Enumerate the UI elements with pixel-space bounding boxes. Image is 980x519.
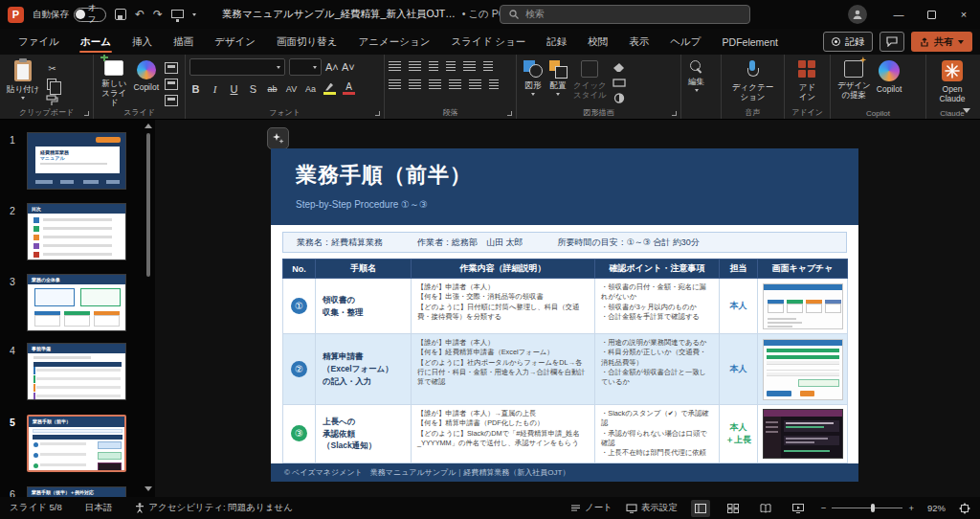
record-button[interactable]: 記録 — [823, 32, 873, 52]
shrink-font-icon[interactable]: A˅ — [342, 61, 354, 73]
slide-thumbnail-3[interactable]: 業務の全体像 — [27, 274, 126, 331]
shape-outline-icon[interactable] — [612, 78, 626, 88]
justify-icon[interactable] — [449, 79, 461, 89]
tab-draw[interactable]: 描画 — [163, 29, 204, 55]
accessibility-status[interactable]: アクセシビリティ: 問題ありません — [135, 502, 293, 514]
display-settings-button[interactable]: 表示設定 — [626, 502, 678, 514]
align-right-icon[interactable] — [429, 79, 441, 89]
zoom-level[interactable]: 92% — [927, 503, 946, 513]
shapes-button[interactable]: 図形 — [521, 58, 546, 98]
redo-icon[interactable]: ↷ — [153, 9, 163, 20]
editing-button[interactable]: 編集 — [685, 58, 707, 94]
convert-smartart-icon[interactable] — [489, 79, 499, 89]
clipboard-dialog-launcher[interactable] — [84, 111, 89, 116]
comments-button[interactable] — [880, 32, 904, 52]
line-spacing-icon[interactable] — [463, 61, 476, 71]
procedure-table[interactable]: No. 手順名 作業内容（詳細説明） 確認ポイント・注意事項 担当 画面キャプチ… — [282, 259, 848, 463]
strikethrough-button[interactable]: ab — [266, 84, 278, 94]
copilot-ribbon-button[interactable]: Copilot — [131, 58, 162, 94]
tab-design[interactable]: デザイン — [204, 29, 266, 55]
slide-footer[interactable]: © ベイズマネジメント 業務マニュアルサンプル｜経費精算業務（新入社員OJT） — [271, 463, 858, 482]
search-box[interactable]: 検索 — [500, 5, 750, 24]
align-left-icon[interactable] — [389, 79, 401, 89]
slide-sorter-view-button[interactable] — [724, 500, 743, 517]
format-painter-icon[interactable] — [45, 95, 58, 106]
tab-pdfelement[interactable]: PDFelement — [712, 29, 789, 55]
slide-5[interactable]: 業務手順（前半） Step-by-Step Procedure ①～③ 業務名：… — [271, 148, 858, 482]
undo-icon[interactable]: ↶ — [135, 9, 145, 20]
account-avatar[interactable] — [848, 5, 867, 24]
language-indicator[interactable]: 日本語 — [85, 502, 113, 514]
share-button[interactable]: 共有 — [911, 32, 972, 52]
zoom-slider-knob[interactable] — [871, 504, 875, 512]
shape-effects-icon[interactable] — [612, 93, 626, 103]
minimize-button[interactable]: — — [882, 0, 915, 29]
tab-record[interactable]: 記録 — [536, 29, 577, 55]
scroll-up-icon[interactable] — [145, 124, 152, 128]
drawing-dialog-launcher[interactable] — [672, 111, 677, 116]
slide-thumbnail-5[interactable]: 業務手順（前半） — [27, 415, 126, 472]
normal-view-button[interactable] — [691, 500, 710, 517]
tab-insert[interactable]: 挿入 — [122, 29, 163, 55]
slide-thumbnail-2[interactable]: 目次 — [27, 203, 126, 260]
tab-file[interactable]: ファイル — [8, 29, 70, 55]
italic-button[interactable]: I — [209, 83, 221, 95]
designer-button[interactable]: デザイン の提案 — [835, 58, 874, 102]
table-row[interactable]: ① 領収書の 収集・整理 【誰が】申請者（本人） 【何を】出張・交際・消耗品等の… — [283, 279, 848, 334]
decrease-indent-icon[interactable] — [429, 61, 438, 71]
designer-fab-button[interactable] — [267, 127, 289, 149]
paragraph-dialog-launcher[interactable] — [507, 111, 512, 116]
table-row[interactable]: ③ 上長への 承認依頼 （Slack通知） 【誰が】申請者（本人）→直属の上長 … — [283, 405, 848, 463]
arrange-button[interactable]: 配置 — [546, 58, 570, 98]
tab-review[interactable]: 校閲 — [577, 29, 618, 55]
slide-indicator[interactable]: スライド 5/8 — [10, 502, 62, 514]
numbering-icon[interactable] — [409, 61, 421, 71]
copy-icon[interactable] — [45, 79, 58, 90]
highlight-color-icon[interactable] — [323, 83, 336, 95]
autosave-control[interactable]: 自動保存 オフ — [33, 8, 106, 22]
text-shadow-button[interactable]: S — [247, 83, 259, 95]
slide-thumbnail-6[interactable]: 業務手順（後半）＋例外対応 — [27, 486, 126, 497]
slideshow-view-button[interactable] — [789, 500, 808, 517]
copilot-button[interactable]: Copilot — [874, 58, 904, 96]
slide-thumbnail-1[interactable]: 経費精算業務 マニュアル — [27, 132, 126, 190]
bullets-icon[interactable] — [389, 61, 401, 71]
slide-reset-icon[interactable] — [165, 79, 178, 90]
zoom-slider[interactable] — [832, 508, 902, 508]
reading-view-button[interactable] — [756, 500, 775, 517]
tab-home[interactable]: ホーム — [70, 29, 122, 55]
new-slide-button[interactable]: 新しい スライド — [98, 58, 131, 110]
tab-slideshow[interactable]: スライド ショー — [440, 29, 536, 55]
fit-slide-button[interactable] — [959, 503, 970, 514]
slide-thumbnail-4[interactable]: 事前準備 — [27, 343, 126, 400]
grow-font-icon[interactable]: A˄ — [325, 61, 338, 73]
character-spacing-button[interactable]: AV — [285, 84, 298, 94]
underline-button[interactable]: U — [228, 83, 240, 95]
tab-help[interactable]: ヘルプ — [659, 29, 711, 55]
bold-button[interactable]: B — [189, 83, 202, 95]
tab-animations[interactable]: アニメーション — [347, 29, 440, 55]
align-center-icon[interactable] — [409, 79, 421, 89]
dictation-button[interactable]: ディクテー ション — [729, 58, 776, 103]
tab-view[interactable]: 表示 — [618, 29, 659, 55]
present-from-beginning-icon[interactable] — [171, 10, 184, 18]
slide-layout-icon[interactable] — [165, 62, 178, 74]
maximize-button[interactable] — [915, 0, 947, 29]
open-claude-button[interactable]: Open Claude — [937, 58, 969, 105]
font-dialog-launcher[interactable] — [375, 111, 380, 116]
text-direction-icon[interactable] — [483, 61, 493, 71]
increase-indent-icon[interactable] — [446, 61, 456, 71]
paste-button[interactable]: 貼り付け — [4, 58, 42, 102]
slide-info-bar[interactable]: 業務名：経費精算業務 作業者：総務部 山田 太郎 所要時間の目安：①～③ 合計 … — [282, 232, 847, 253]
addins-button[interactable]: アド イン — [795, 58, 820, 103]
save-icon[interactable] — [115, 9, 126, 20]
quick-access-customize-icon[interactable] — [192, 13, 196, 16]
slide-title-block[interactable]: 業務手順（前半） Step-by-Step Procedure ①～③ — [271, 148, 858, 225]
collapse-ribbon-icon[interactable] — [963, 108, 970, 113]
scrollbar-thumb[interactable] — [146, 133, 150, 277]
font-name-select[interactable] — [189, 58, 285, 76]
font-size-select[interactable] — [289, 58, 322, 76]
shape-fill-icon[interactable] — [612, 62, 626, 73]
scroll-down-icon[interactable] — [145, 486, 152, 491]
tab-transitions[interactable]: 画面切り替え — [266, 29, 348, 55]
